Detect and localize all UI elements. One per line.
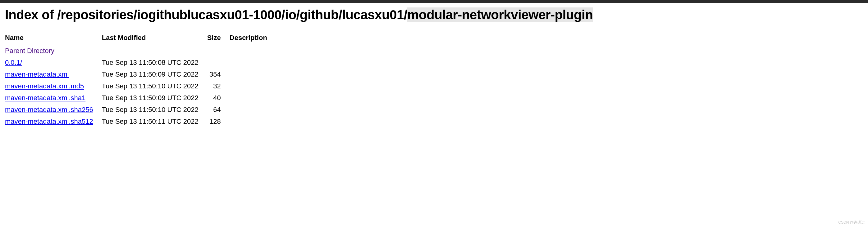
directory-listing-table: Name Last Modified Size Description Pare… <box>5 33 276 127</box>
table-row: maven-metadata.xml.sha256Tue Sep 13 11:5… <box>5 104 276 116</box>
entry-link[interactable]: 0.0.1/ <box>5 59 22 66</box>
window-topbar <box>0 0 868 3</box>
cell-description <box>229 92 276 104</box>
cell-name: maven-metadata.xml.md5 <box>5 80 102 92</box>
col-header-size: Size <box>207 33 229 45</box>
entry-link[interactable]: maven-metadata.xml.md5 <box>5 82 84 90</box>
cell-size: 128 <box>207 116 229 127</box>
cell-size: 40 <box>207 92 229 104</box>
cell-modified: Tue Sep 13 11:50:10 UTC 2022 <box>102 80 207 92</box>
table-row: Parent Directory <box>5 45 276 57</box>
table-row: maven-metadata.xml.md5Tue Sep 13 11:50:1… <box>5 80 276 92</box>
cell-modified <box>102 45 207 57</box>
cell-description <box>229 80 276 92</box>
cell-name: maven-metadata.xml.sha512 <box>5 116 102 127</box>
cell-size: 354 <box>207 69 229 80</box>
cell-size <box>207 45 229 57</box>
cell-name: Parent Directory <box>5 45 102 57</box>
entry-link[interactable]: maven-metadata.xml.sha256 <box>5 106 93 114</box>
cell-description <box>229 116 276 127</box>
entry-link[interactable]: Parent Directory <box>5 47 54 54</box>
title-prefix: Index of /repositories/iogithublucasxu01… <box>5 7 407 22</box>
cell-name: maven-metadata.xml.sha256 <box>5 104 102 116</box>
title-highlight: modular-networkviewer-plugin <box>407 7 593 22</box>
cell-description <box>229 104 276 116</box>
col-header-modified: Last Modified <box>102 33 207 45</box>
col-header-name: Name <box>5 33 102 45</box>
table-row: maven-metadata.xmlTue Sep 13 11:50:09 UT… <box>5 69 276 80</box>
cell-modified: Tue Sep 13 11:50:09 UTC 2022 <box>102 92 207 104</box>
cell-modified: Tue Sep 13 11:50:08 UTC 2022 <box>102 57 207 69</box>
cell-modified: Tue Sep 13 11:50:09 UTC 2022 <box>102 69 207 80</box>
cell-description <box>229 45 276 57</box>
cell-description <box>229 57 276 69</box>
entry-link[interactable]: maven-metadata.xml <box>5 70 69 78</box>
cell-modified: Tue Sep 13 11:50:11 UTC 2022 <box>102 116 207 127</box>
page-content: Index of /repositories/iogithublucasxu01… <box>0 3 868 134</box>
cell-name: maven-metadata.xml.sha1 <box>5 92 102 104</box>
table-row: 0.0.1/Tue Sep 13 11:50:08 UTC 2022 <box>5 57 276 69</box>
table-row: maven-metadata.xml.sha1Tue Sep 13 11:50:… <box>5 92 276 104</box>
cell-name: maven-metadata.xml <box>5 69 102 80</box>
cell-description <box>229 69 276 80</box>
cell-size <box>207 57 229 69</box>
page-title: Index of /repositories/iogithublucasxu01… <box>5 7 863 23</box>
col-header-description: Description <box>229 33 276 45</box>
cell-size: 32 <box>207 80 229 92</box>
table-header-row: Name Last Modified Size Description <box>5 33 276 45</box>
table-row: maven-metadata.xml.sha512Tue Sep 13 11:5… <box>5 116 276 127</box>
entry-link[interactable]: maven-metadata.xml.sha1 <box>5 94 86 102</box>
cell-name: 0.0.1/ <box>5 57 102 69</box>
cell-modified: Tue Sep 13 11:50:10 UTC 2022 <box>102 104 207 116</box>
entry-link[interactable]: maven-metadata.xml.sha512 <box>5 117 93 125</box>
cell-size: 64 <box>207 104 229 116</box>
